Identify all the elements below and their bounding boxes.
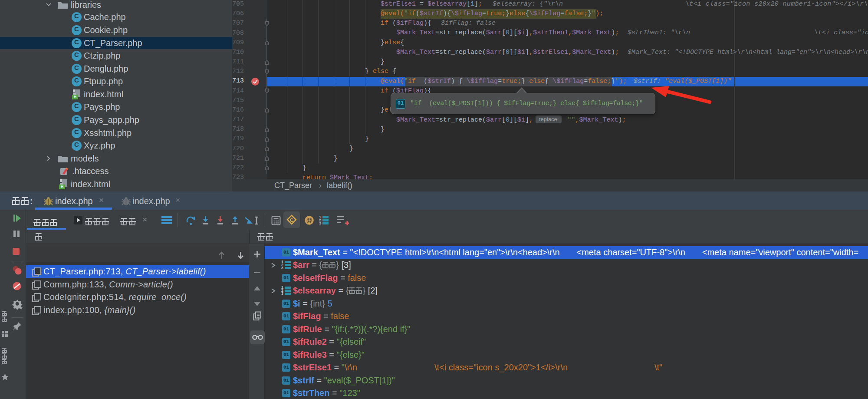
svg-text:@: @: [306, 217, 312, 224]
svg-text:C: C: [290, 218, 293, 223]
